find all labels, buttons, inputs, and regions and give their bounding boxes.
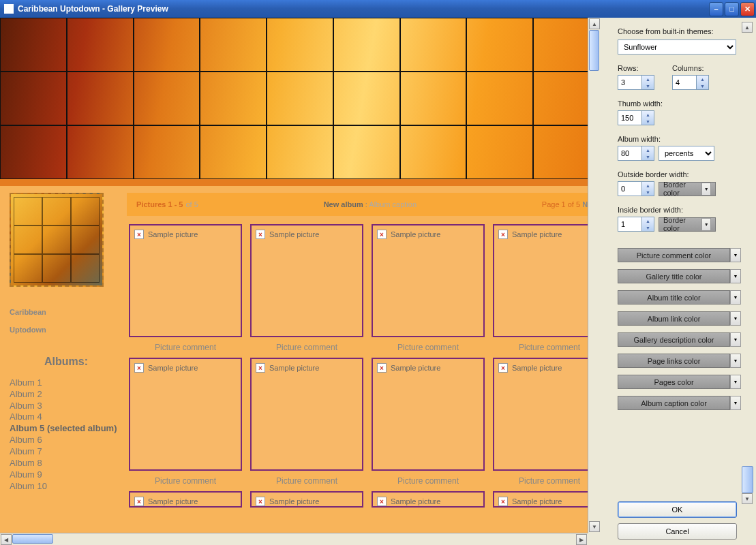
- chevron-up-icon[interactable]: ▲: [642, 111, 654, 118]
- thumbnail-label: Sample picture: [148, 497, 198, 505]
- album-link[interactable]: Album 6: [10, 435, 123, 446]
- thumbnail-tile[interactable]: ×Sample picturePicture comment: [369, 358, 487, 486]
- outside-border-spinner[interactable]: ▲▼: [618, 181, 654, 196]
- dropdown-icon[interactable]: ▼: [730, 311, 741, 326]
- color-picker-button[interactable]: Gallery title color: [618, 269, 730, 283]
- columns-label: Columns:: [672, 64, 709, 72]
- outside-border-color-button[interactable]: Border color▼: [659, 182, 716, 196]
- preview-sidebar: Caribbean Uptodown Albums: Album 1Album …: [10, 193, 123, 508]
- broken-image-icon: ×: [498, 363, 508, 373]
- chevron-down-icon[interactable]: ▼: [642, 118, 654, 125]
- thumbnail-label: Sample picture: [269, 230, 319, 238]
- thumbnail-label: Sample picture: [512, 364, 562, 372]
- theme-select[interactable]: Sunflower: [618, 40, 736, 54]
- album-link[interactable]: Album 7: [10, 446, 123, 458]
- thumbnail-tile[interactable]: ×Sample picturePicture comment: [127, 224, 244, 352]
- thumbnail-tile[interactable]: ×Sample picturePicture comment: [248, 358, 365, 486]
- dropdown-icon[interactable]: ▼: [730, 269, 741, 283]
- color-picker-button[interactable]: Gallery description color: [618, 332, 730, 347]
- dropdown-icon[interactable]: ▼: [730, 354, 741, 368]
- album-width-spinner[interactable]: ▲▼: [618, 146, 654, 161]
- new-album-label: New album: [324, 200, 363, 208]
- thumbnail-grid: ×Sample picturePicture comment×Sample pi…: [127, 216, 599, 508]
- album-link[interactable]: Album 4: [10, 411, 123, 423]
- inside-border-color-button[interactable]: Border color▼: [659, 217, 716, 232]
- chevron-up-icon[interactable]: ▲: [642, 217, 654, 224]
- album-link[interactable]: Album 1: [10, 377, 123, 389]
- scroll-right-icon[interactable]: ▶: [576, 534, 587, 545]
- dropdown-icon[interactable]: ▼: [730, 375, 741, 389]
- rows-spinner[interactable]: ▲▼: [618, 75, 654, 90]
- album-caption: Album caption: [369, 200, 417, 208]
- dropdown-icon[interactable]: ▼: [701, 218, 711, 231]
- color-picker-button[interactable]: Album caption color: [618, 396, 730, 410]
- thumbnail-caption: Picture comment: [397, 343, 459, 352]
- thumbnail-caption: Picture comment: [155, 476, 216, 486]
- thumbnail-label: Sample picture: [148, 230, 198, 238]
- broken-image-icon: ×: [498, 497, 508, 506]
- thumbnail-tile[interactable]: ×Sample picture: [127, 491, 244, 508]
- thumbnail-tile[interactable]: ×Sample picture: [369, 491, 487, 508]
- panel-scrollbar[interactable]: ▲ ▼: [742, 22, 753, 504]
- thumbnail-tile[interactable]: ×Sample picturePicture comment: [491, 224, 599, 352]
- thumbnail-tile[interactable]: ×Sample picturePicture comment: [248, 224, 365, 352]
- chevron-down-icon[interactable]: ▼: [642, 224, 654, 231]
- thumb-width-spinner[interactable]: ▲▼: [618, 110, 654, 125]
- settings-panel: Choose from built-in themes: Sunflower R…: [600, 18, 756, 545]
- chevron-up-icon[interactable]: ▲: [642, 182, 654, 189]
- color-picker-button[interactable]: Page links color: [618, 354, 730, 368]
- album-link[interactable]: Album 8: [10, 458, 123, 469]
- chevron-down-icon[interactable]: ▼: [642, 82, 654, 89]
- close-button[interactable]: ✕: [740, 2, 755, 16]
- scroll-up-icon[interactable]: ▲: [742, 22, 753, 33]
- dropdown-icon[interactable]: ▼: [701, 183, 711, 196]
- dropdown-icon[interactable]: ▼: [730, 248, 741, 262]
- theme-label: Choose from built-in themes:: [618, 27, 714, 35]
- dropdown-icon[interactable]: ▼: [730, 396, 741, 410]
- color-picker-button[interactable]: Album title color: [618, 290, 730, 305]
- chevron-down-icon[interactable]: ▼: [642, 153, 654, 160]
- preview-scrollbar-vertical[interactable]: ▲ ▼: [588, 18, 600, 533]
- album-link[interactable]: Album 10: [10, 481, 123, 493]
- thumbnail-tile[interactable]: ×Sample picture: [491, 491, 599, 508]
- chevron-up-icon[interactable]: ▲: [642, 146, 654, 153]
- thumbnail-caption: Picture comment: [519, 476, 580, 486]
- chevron-down-icon[interactable]: ▼: [642, 189, 654, 196]
- color-picker-button[interactable]: Picture comment color: [618, 248, 730, 262]
- preview-scrollbar-horizontal[interactable]: ◀ ▶: [0, 533, 588, 545]
- outside-border-label: Outside border width:: [618, 170, 689, 178]
- pager-bar: Pictures 1 - 5 of 5 New album : Album ca…: [127, 193, 599, 216]
- thumbnail-tile[interactable]: ×Sample picturePicture comment: [369, 224, 487, 352]
- thumbnail-tile[interactable]: ×Sample picture: [248, 491, 365, 508]
- titlebar: Caribbean Uptodown - Gallery Preview – □…: [0, 0, 756, 18]
- album-width-unit-select[interactable]: percents: [659, 146, 714, 161]
- dropdown-icon[interactable]: ▼: [730, 290, 741, 305]
- thumbnail-label: Sample picture: [269, 364, 319, 372]
- cancel-button[interactable]: Cancel: [618, 523, 737, 540]
- scroll-left-icon[interactable]: ◀: [1, 534, 12, 545]
- scroll-down-icon[interactable]: ▼: [589, 521, 600, 532]
- minimize-button[interactable]: –: [709, 2, 723, 16]
- maximize-button[interactable]: □: [725, 2, 739, 16]
- thumbnail-tile[interactable]: ×Sample picturePicture comment: [127, 358, 244, 486]
- scroll-down-icon[interactable]: ▼: [742, 493, 753, 504]
- thumb-width-label: Thumb width:: [618, 99, 663, 108]
- color-picker-button[interactable]: Pages color: [618, 375, 730, 389]
- thumbnail-caption: Picture comment: [397, 476, 459, 486]
- album-width-label: Album width:: [618, 135, 661, 143]
- album-link[interactable]: Album 3: [10, 401, 123, 412]
- album-link[interactable]: Album 5 (selected album): [10, 423, 123, 435]
- scroll-up-icon[interactable]: ▲: [589, 18, 600, 29]
- album-link[interactable]: Album 2: [10, 389, 123, 401]
- album-link[interactable]: Album 9: [10, 469, 123, 481]
- window-title: Caribbean Uptodown - Gallery Preview: [18, 4, 709, 14]
- columns-spinner[interactable]: ▲▼: [672, 75, 709, 90]
- thumbnail-tile[interactable]: ×Sample picturePicture comment: [491, 358, 599, 486]
- dropdown-icon[interactable]: ▼: [730, 332, 741, 347]
- color-picker-button[interactable]: Album link color: [618, 311, 730, 326]
- ok-button[interactable]: OK: [618, 501, 737, 518]
- inside-border-spinner[interactable]: ▲▼: [618, 217, 654, 232]
- chevron-up-icon[interactable]: ▲: [697, 76, 708, 82]
- chevron-down-icon[interactable]: ▼: [697, 82, 708, 89]
- chevron-up-icon[interactable]: ▲: [642, 76, 654, 82]
